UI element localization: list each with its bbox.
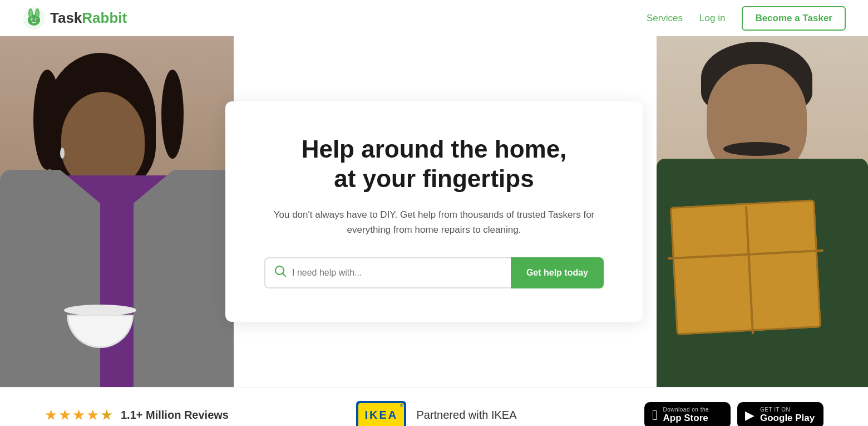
appstore-small: Download on the <box>663 407 709 413</box>
search-input[interactable] <box>292 268 502 278</box>
hero-title: Help around the home, at your fingertips <box>264 135 604 194</box>
star-4: ★ <box>86 407 99 424</box>
hero-section: Help around the home, at your fingertips… <box>0 36 868 387</box>
star-rating: ★ ★ ★ ★ ★ <box>45 407 113 424</box>
reviews-section: ★ ★ ★ ★ ★ 1.1+ Million Reviews <box>45 407 229 424</box>
hero-subtitle: You don't always have to DIY. Get help f… <box>264 207 604 237</box>
svg-point-8 <box>32 19 33 20</box>
logo-icon <box>22 7 46 30</box>
apple-icon:  <box>652 407 658 424</box>
reviews-text: 1.1+ Million Reviews <box>121 409 229 422</box>
login-link[interactable]: Log in <box>699 13 725 24</box>
ikea-logo: IKEA ® <box>356 401 406 427</box>
star-1: ★ <box>45 407 57 424</box>
star-3: ★ <box>72 407 85 424</box>
svg-point-9 <box>36 19 37 20</box>
star-2: ★ <box>58 407 71 424</box>
search-button[interactable]: Get help today <box>511 257 604 288</box>
hero-card: Help around the home, at your fingertips… <box>225 101 643 322</box>
search-row: Get help today <box>264 257 604 288</box>
logo-text: TaskRabbit <box>50 9 127 27</box>
hero-photo-right <box>657 36 868 387</box>
appstore-badge[interactable]:  Download on the App Store <box>644 402 731 426</box>
header: TaskRabbit Services Log in Become a Task… <box>0 0 868 36</box>
search-box <box>264 257 511 288</box>
hero-photo-left <box>0 36 234 387</box>
nav: Services Log in Become a Tasker <box>647 6 846 31</box>
svg-point-4 <box>29 9 32 17</box>
search-icon <box>274 265 287 280</box>
appstore-text: Download on the App Store <box>663 407 709 424</box>
appstore-big: App Store <box>663 413 709 424</box>
logo[interactable]: TaskRabbit <box>22 7 127 30</box>
app-badges:  Download on the App Store ▶ GET IT ON … <box>644 402 823 426</box>
services-link[interactable]: Services <box>647 13 683 24</box>
googleplay-text: GET IT ON Google Play <box>760 407 815 424</box>
ikea-section: IKEA ® Partnered with IKEA <box>356 401 516 427</box>
bottom-bar: ★ ★ ★ ★ ★ 1.1+ Million Reviews IKEA ® Pa… <box>0 387 868 426</box>
ikea-dot: ® <box>400 403 403 408</box>
ikea-text: IKEA <box>365 409 398 422</box>
googleplay-icon: ▶ <box>745 408 754 423</box>
googleplay-big: Google Play <box>760 413 815 424</box>
googleplay-badge[interactable]: ▶ GET IT ON Google Play <box>737 402 823 426</box>
star-5: ★ <box>100 407 113 424</box>
svg-point-5 <box>36 9 39 17</box>
ikea-label: Partnered with IKEA <box>416 409 516 422</box>
ikea-logo-inner: IKEA ® <box>358 403 404 427</box>
become-tasker-button[interactable]: Become a Tasker <box>742 6 846 31</box>
googleplay-small: GET IT ON <box>760 407 815 413</box>
